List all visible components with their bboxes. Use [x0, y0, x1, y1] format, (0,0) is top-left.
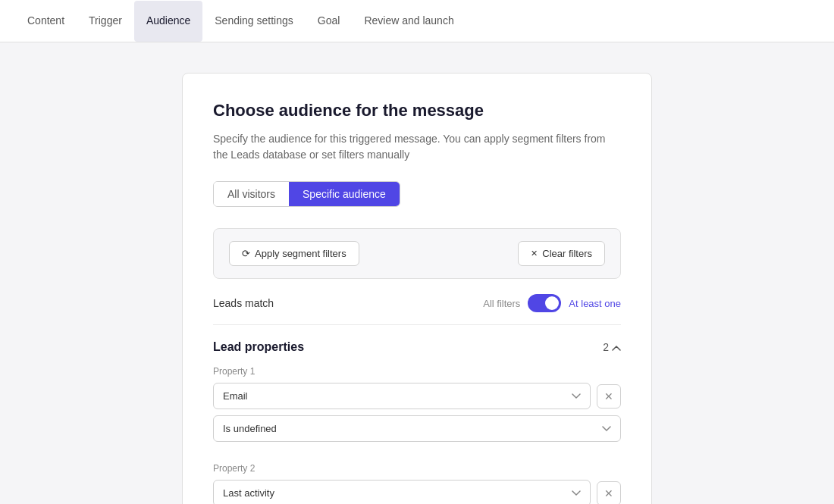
lead-properties-section: Lead properties 2 Property 1 Email [213, 340, 621, 504]
tab-audience[interactable]: Audience [134, 1, 202, 42]
page-description: Specify the audience for this triggered … [213, 131, 621, 163]
filter-toolbar: ⟳ Apply segment filters ✕ Clear filters [213, 228, 621, 279]
segment-icon: ⟳ [242, 248, 250, 259]
property-2-label: Property 2 [213, 463, 621, 474]
all-visitors-button[interactable]: All visitors [214, 182, 289, 206]
property-2-field-row: Last activity Email First name Last name… [213, 480, 621, 504]
leads-match-label: Leads match [213, 297, 274, 309]
clear-filters-button[interactable]: ✕ Clear filters [518, 241, 605, 266]
apply-segment-label: Apply segment filters [255, 248, 346, 259]
all-filters-label: All filters [483, 298, 520, 309]
main-content: Choose audience for the message Specify … [0, 42, 834, 504]
toggle-thumb [545, 296, 559, 310]
property-1-remove-button[interactable]: ✕ [597, 384, 621, 409]
top-navigation: Content Trigger Audience Sending setting… [0, 0, 834, 42]
leads-match-controls: All filters At least one [483, 294, 621, 312]
section-title: Lead properties [213, 340, 304, 354]
property-1-condition-select[interactable]: Is undefined Is defined Contains Does no… [213, 415, 621, 442]
property-2-field-select[interactable]: Last activity Email First name Last name… [213, 480, 591, 504]
audience-card: Choose audience for the message Specify … [182, 73, 652, 504]
at-least-one-label: At least one [569, 298, 621, 309]
audience-toggle: All visitors Specific audience [213, 181, 400, 207]
toggle-track [528, 294, 561, 312]
chevron-up-icon [612, 341, 621, 353]
section-collapse-button[interactable]: 2 [603, 341, 621, 353]
clear-icon: ✕ [531, 249, 538, 258]
property-1-field-select[interactable]: Email First name Last name Phone City Co… [213, 383, 591, 409]
property-1-label: Property 1 [213, 366, 621, 377]
tab-content[interactable]: Content [15, 1, 77, 42]
leads-match-row: Leads match All filters At least one [213, 294, 621, 325]
tab-goal[interactable]: Goal [306, 1, 353, 42]
property-2-block: Property 2 Last activity Email First nam… [213, 463, 621, 504]
tab-review-launch[interactable]: Review and launch [352, 1, 466, 42]
section-header: Lead properties 2 [213, 340, 621, 354]
apply-segment-button[interactable]: ⟳ Apply segment filters [229, 241, 359, 266]
specific-audience-button[interactable]: Specific audience [289, 182, 400, 206]
property-2-remove-button[interactable]: ✕ [597, 481, 621, 505]
close-icon: ✕ [604, 487, 613, 499]
section-count-number: 2 [603, 341, 609, 353]
property-1-field-row: Email First name Last name Phone City Co… [213, 383, 621, 409]
property-1-block: Property 1 Email First name Last name Ph… [213, 366, 621, 448]
tab-trigger[interactable]: Trigger [77, 1, 134, 42]
page-title: Choose audience for the message [213, 101, 621, 121]
clear-filters-label: Clear filters [542, 248, 592, 259]
leads-match-toggle[interactable] [528, 294, 561, 312]
tab-sending-settings[interactable]: Sending settings [202, 1, 306, 42]
close-icon: ✕ [604, 390, 613, 402]
